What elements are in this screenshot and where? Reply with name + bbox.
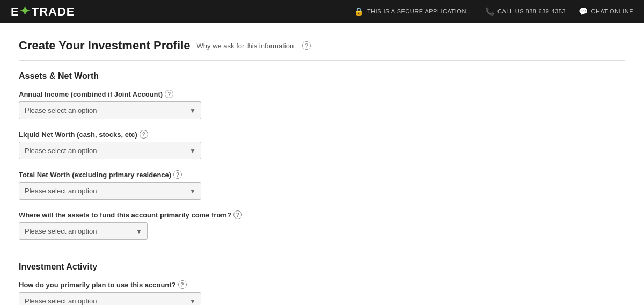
main-content: Create Your Investment Profile Why we as… <box>0 23 644 305</box>
chat-icon: 💬 <box>579 7 588 16</box>
funding-source-field: Where will the assets to fund this accou… <box>19 210 625 240</box>
assets-section-title: Assets & Net Worth <box>19 71 625 81</box>
total-net-worth-select-wrapper: Please select an option ▼ <box>19 182 201 200</box>
page-title-row: Create Your Investment Profile Why we as… <box>19 39 625 53</box>
header: E✦TRADE 🔒 THIS IS A SECURE APPLICATION..… <box>0 0 644 23</box>
logo-star: ✦ <box>19 4 31 18</box>
annual-income-label: Annual Income (combined if Joint Account… <box>19 90 625 98</box>
phone-label: CALL US 888-639-4353 <box>497 8 566 14</box>
funding-source-label: Where will the assets to fund this accou… <box>19 210 625 219</box>
annual-income-select-wrapper: Please select an option ▼ <box>19 101 201 119</box>
logo: E✦TRADE <box>11 4 75 19</box>
page-help-icon[interactable]: ? <box>302 41 311 50</box>
chat-indicator[interactable]: 💬 CHAT ONLINE <box>579 7 633 16</box>
header-right: 🔒 THIS IS A SECURE APPLICATION... 📞 CALL… <box>354 7 633 16</box>
total-net-worth-help-icon[interactable]: ? <box>173 170 182 179</box>
primary-use-select-wrapper: Please select an option ▼ <box>19 292 201 305</box>
investment-section: Investment Activity How do you primarily… <box>19 262 625 305</box>
funding-source-select-wrapper: Please select an option ▼ <box>19 222 148 240</box>
liquid-net-worth-select-wrapper: Please select an option ▼ <box>19 142 201 159</box>
primary-use-select[interactable]: Please select an option <box>19 292 201 305</box>
liquid-net-worth-help-icon[interactable]: ? <box>140 130 148 139</box>
chat-label: CHAT ONLINE <box>591 8 633 14</box>
secure-label: THIS IS A SECURE APPLICATION... <box>367 8 472 14</box>
total-net-worth-select[interactable]: Please select an option <box>19 182 201 200</box>
liquid-net-worth-field: Liquid Net Worth (cash, stocks, etc) ? P… <box>19 130 625 159</box>
primary-use-field: How do you primarily plan to use this ac… <box>19 280 625 305</box>
primary-use-help-icon[interactable]: ? <box>178 280 187 289</box>
section-divider <box>19 251 625 251</box>
liquid-net-worth-label: Liquid Net Worth (cash, stocks, etc) ? <box>19 130 625 139</box>
annual-income-select[interactable]: Please select an option <box>19 101 201 119</box>
page-subtitle: Why we ask for this information <box>197 42 294 50</box>
logo-text: E✦TRADE <box>11 4 75 19</box>
total-net-worth-label: Total Net Worth (excluding primary resid… <box>19 170 625 179</box>
page-title: Create Your Investment Profile <box>19 39 191 53</box>
secure-indicator: 🔒 THIS IS A SECURE APPLICATION... <box>354 7 472 16</box>
funding-source-help-icon[interactable]: ? <box>233 210 242 219</box>
investment-section-title: Investment Activity <box>19 262 625 272</box>
lock-icon: 🔒 <box>354 7 364 16</box>
funding-source-select[interactable]: Please select an option <box>19 222 148 240</box>
phone-icon: 📞 <box>485 7 495 16</box>
title-divider <box>19 60 625 61</box>
annual-income-help-icon[interactable]: ? <box>165 90 173 98</box>
total-net-worth-field: Total Net Worth (excluding primary resid… <box>19 170 625 200</box>
phone-indicator[interactable]: 📞 CALL US 888-639-4353 <box>485 7 566 16</box>
annual-income-field: Annual Income (combined if Joint Account… <box>19 90 625 119</box>
primary-use-label: How do you primarily plan to use this ac… <box>19 280 625 289</box>
assets-section: Assets & Net Worth Annual Income (combin… <box>19 71 625 240</box>
liquid-net-worth-select[interactable]: Please select an option <box>19 142 201 159</box>
